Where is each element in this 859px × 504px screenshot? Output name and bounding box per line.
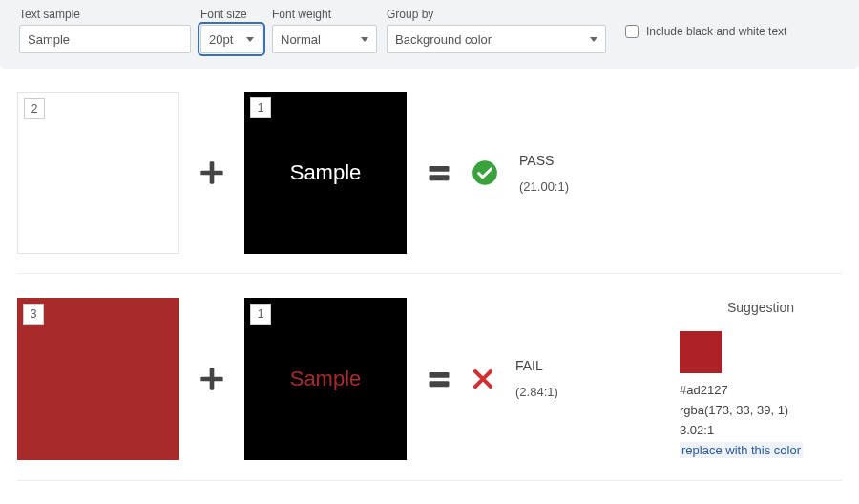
suggestion-hex: #ad2127 <box>680 381 842 401</box>
svg-rect-8 <box>430 381 450 387</box>
foreground-swatch[interactable]: 2 <box>17 92 179 254</box>
font-weight-field: Font weight Normal <box>272 8 377 53</box>
font-weight-value: Normal <box>281 32 321 47</box>
group-by-value: Background color <box>395 32 492 47</box>
status-label: FAIL <box>515 358 558 373</box>
font-weight-label: Font weight <box>272 8 377 21</box>
svg-rect-7 <box>430 372 450 378</box>
toolbar: Text sample Font size 20pt Font weight N… <box>0 0 859 69</box>
plus-icon <box>199 159 225 186</box>
contrast-ratio: (2.84:1) <box>515 385 558 399</box>
font-weight-select[interactable]: Normal <box>272 25 377 53</box>
bw-checkbox-label: Include black and white text <box>646 25 786 38</box>
font-size-select[interactable]: 20pt <box>200 25 262 53</box>
svg-point-4 <box>472 160 497 185</box>
pass-icon <box>471 159 498 186</box>
suggestion-ratio: 3.02:1 <box>680 421 842 441</box>
equals-icon <box>426 366 452 392</box>
swatch-number: 1 <box>250 97 271 118</box>
svg-rect-3 <box>430 175 450 180</box>
background-swatch[interactable]: 1 Sample <box>244 92 407 254</box>
replace-color-link[interactable]: replace with this color <box>680 442 803 458</box>
background-swatch[interactable]: 1 Sample <box>244 298 407 460</box>
group-by-select[interactable]: Background color <box>387 25 606 53</box>
contrast-row: 3 1 Sample FAIL (2.84:1) <box>17 274 842 481</box>
chevron-down-icon <box>361 37 368 42</box>
plus-icon <box>199 366 225 392</box>
text-sample-field: Text sample <box>19 8 191 53</box>
results-area: 2 1 Sample PASS (21.00:1) <box>0 69 859 481</box>
font-size-field: Font size 20pt <box>200 8 262 53</box>
suggestion-panel: Suggestion #ad2127 rgba(173, 33, 39, 1) … <box>680 297 842 461</box>
svg-rect-1 <box>200 171 222 176</box>
suggestion-title: Suggestion <box>680 297 842 318</box>
svg-rect-2 <box>430 166 450 172</box>
swatch-number: 2 <box>24 98 45 119</box>
status-block: FAIL (2.84:1) <box>471 358 558 399</box>
sample-text: Sample <box>290 367 362 391</box>
chevron-down-icon <box>590 37 597 42</box>
fail-icon <box>471 368 494 390</box>
status-label: PASS <box>519 153 569 168</box>
group-by-field: Group by Background color <box>387 8 606 53</box>
group-by-label: Group by <box>387 8 606 21</box>
contrast-row: 2 1 Sample PASS (21.00:1) <box>17 69 842 274</box>
text-sample-label: Text sample <box>19 8 191 21</box>
bw-option: Include black and white text <box>625 8 786 38</box>
foreground-swatch[interactable]: 3 <box>17 298 179 460</box>
font-size-value: 20pt <box>209 32 233 47</box>
swatch-number: 3 <box>23 304 44 325</box>
swatch-number: 1 <box>250 304 271 325</box>
status-block: PASS (21.00:1) <box>471 153 569 194</box>
contrast-ratio: (21.00:1) <box>519 179 569 194</box>
text-sample-input[interactable] <box>19 25 191 53</box>
equals-icon <box>426 159 452 186</box>
svg-rect-6 <box>200 376 222 381</box>
bw-checkbox[interactable] <box>625 25 639 38</box>
suggestion-rgba: rgba(173, 33, 39, 1) <box>680 401 842 421</box>
font-size-label: Font size <box>200 8 262 21</box>
sample-text: Sample <box>290 160 362 185</box>
suggestion-swatch[interactable] <box>680 331 722 373</box>
chevron-down-icon <box>246 37 254 42</box>
